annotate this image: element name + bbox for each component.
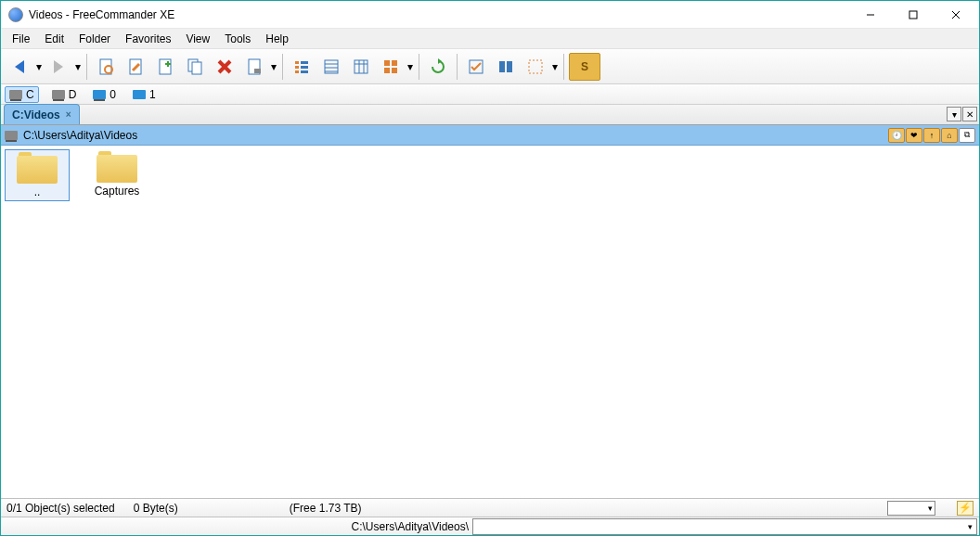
item-label: Captures — [95, 185, 140, 198]
svg-rect-22 — [355, 60, 368, 73]
back-button[interactable] — [6, 53, 33, 81]
tab-close-icon[interactable]: × — [66, 109, 71, 120]
root-icon[interactable]: ⌂ — [941, 128, 958, 143]
svg-rect-33 — [529, 60, 542, 73]
up-icon[interactable]: ↑ — [923, 128, 940, 143]
menubar: File Edit Folder Favorites View Tools He… — [1, 29, 979, 49]
view-doc-button[interactable] — [92, 53, 120, 81]
free-space: (Free 1.73 TB) — [290, 502, 362, 515]
doc-lock-button[interactable] — [240, 53, 268, 81]
drive-0[interactable]: 0 — [89, 87, 120, 102]
filter-combo[interactable]: ▾ — [887, 501, 935, 516]
bytes-status: 0 Byte(s) — [134, 502, 178, 515]
copy-doc-button[interactable] — [181, 53, 209, 81]
parent-folder-item[interactable]: .. — [5, 149, 70, 201]
address-path[interactable]: C:\Users\Aditya\Videos — [23, 129, 883, 142]
svg-rect-1 — [909, 11, 917, 19]
svg-rect-11 — [254, 69, 261, 73]
copy-path-icon[interactable]: ⧉ — [959, 128, 975, 143]
toolbar: ▾ ▾ ▾ ▾ ▾ S — [1, 49, 979, 84]
svg-rect-17 — [301, 70, 308, 73]
quick-action-button[interactable]: ⚡ — [957, 501, 974, 516]
tab-close-button[interactable]: ✕ — [962, 107, 977, 121]
svg-rect-28 — [384, 68, 390, 73]
tiles-view-button[interactable] — [377, 53, 405, 81]
close-button[interactable] — [935, 1, 977, 29]
tab-menu-button[interactable]: ▾ — [947, 107, 961, 121]
refresh-button[interactable] — [424, 53, 452, 81]
drivebar: C D 0 1 — [1, 84, 979, 105]
edit-doc-button[interactable] — [122, 53, 149, 81]
network-icon — [133, 90, 146, 99]
window-title: Videos - FreeCommander XE — [29, 8, 849, 21]
delete-button[interactable] — [211, 53, 239, 81]
statusbar: 0/1 Object(s) selected 0 Byte(s) (Free 1… — [1, 498, 979, 517]
drive-1[interactable]: 1 — [129, 87, 160, 102]
svg-rect-13 — [295, 66, 299, 69]
disk-icon — [5, 131, 18, 140]
disk-icon — [93, 90, 106, 99]
forward-dropdown[interactable]: ▾ — [73, 60, 83, 73]
menu-view[interactable]: View — [178, 31, 217, 47]
history-icon[interactable]: 🕘 — [888, 128, 905, 143]
item-label: .. — [34, 185, 41, 198]
app-icon — [8, 7, 23, 22]
region-dropdown[interactable]: ▾ — [550, 60, 560, 73]
svg-rect-26 — [384, 60, 390, 66]
menu-help[interactable]: Help — [258, 31, 296, 47]
svg-rect-12 — [295, 61, 299, 64]
menu-file[interactable]: File — [5, 31, 37, 47]
region-button[interactable] — [522, 53, 549, 81]
favorite-icon[interactable]: ❤ — [906, 128, 922, 143]
tabbar: C:Videos × ▾ ✕ — [1, 105, 979, 125]
menu-folder[interactable]: Folder — [71, 31, 118, 47]
svg-rect-31 — [499, 61, 505, 72]
command-bar: C:\Users\Aditya\Videos\ ▾ — [1, 517, 979, 535]
back-dropdown[interactable]: ▾ — [34, 60, 44, 73]
s-folder-button[interactable]: S — [569, 53, 600, 81]
tree-check-button[interactable] — [462, 53, 490, 81]
command-input[interactable]: ▾ — [472, 518, 977, 535]
tab-label: C:Videos — [12, 108, 60, 121]
drive-c[interactable]: C — [5, 86, 39, 103]
menu-edit[interactable]: Edit — [37, 31, 71, 47]
menu-tools[interactable]: Tools — [217, 31, 258, 47]
folder-icon — [17, 152, 58, 184]
details-view-button[interactable] — [317, 53, 345, 81]
svg-rect-16 — [301, 66, 308, 69]
svg-rect-14 — [295, 70, 299, 73]
tiles-dropdown[interactable]: ▾ — [406, 60, 415, 73]
new-doc-button[interactable] — [151, 53, 179, 81]
tab-videos[interactable]: C:Videos × — [4, 104, 80, 124]
columns-view-button[interactable] — [347, 53, 375, 81]
command-prompt-label: C:\Users\Aditya\Videos\ — [1, 520, 472, 533]
folder-icon — [97, 151, 137, 183]
svg-rect-15 — [301, 61, 308, 64]
svg-rect-9 — [192, 62, 201, 74]
svg-rect-29 — [392, 68, 397, 73]
svg-rect-32 — [507, 61, 512, 72]
titlebar: Videos - FreeCommander XE — [1, 1, 979, 29]
panes-button[interactable] — [492, 53, 520, 81]
maximize-button[interactable] — [892, 1, 935, 29]
disk-icon — [52, 90, 65, 99]
minimize-button[interactable] — [849, 1, 892, 29]
forward-button[interactable] — [45, 53, 72, 81]
svg-rect-7 — [160, 59, 171, 74]
address-actions: 🕘 ❤ ↑ ⌂ ⧉ — [888, 128, 975, 143]
disk-icon — [9, 90, 22, 99]
menu-favorites[interactable]: Favorites — [118, 31, 178, 47]
app-window: Videos - FreeCommander XE File Edit Fold… — [0, 0, 980, 536]
selection-status: 0/1 Object(s) selected — [6, 502, 115, 515]
drive-d[interactable]: D — [48, 87, 81, 102]
list-view-button[interactable] — [288, 53, 316, 81]
file-list[interactable]: .. Captures — [1, 146, 979, 498]
addressbar: C:\Users\Aditya\Videos 🕘 ❤ ↑ ⌂ ⧉ — [1, 125, 979, 146]
svg-rect-27 — [392, 60, 397, 66]
doc-lock-dropdown[interactable]: ▾ — [269, 60, 278, 73]
folder-item-captures[interactable]: Captures — [84, 149, 149, 201]
